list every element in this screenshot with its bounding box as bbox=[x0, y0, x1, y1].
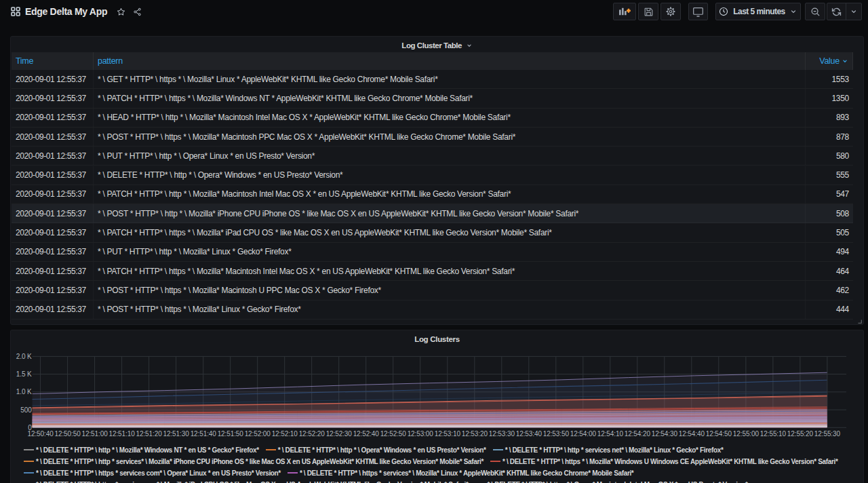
svg-text:12:54:10: 12:54:10 bbox=[597, 430, 624, 438]
svg-text:12:51:50: 12:51:50 bbox=[218, 430, 244, 438]
svg-text:12:51:30: 12:51:30 bbox=[163, 430, 190, 438]
svg-text:1.0 K: 1.0 K bbox=[16, 388, 32, 395]
svg-text:12:53:30: 12:53:30 bbox=[489, 430, 515, 438]
svg-text:12:54:20: 12:54:20 bbox=[625, 430, 651, 438]
svg-text:12:50:40: 12:50:40 bbox=[28, 430, 54, 438]
svg-text:12:55:10: 12:55:10 bbox=[760, 430, 787, 438]
svg-text:12:52:00: 12:52:00 bbox=[245, 430, 271, 438]
svg-text:12:54:50: 12:54:50 bbox=[706, 430, 732, 438]
svg-text:12:53:50: 12:53:50 bbox=[543, 430, 570, 438]
svg-text:1.5 K: 1.5 K bbox=[16, 370, 32, 378]
svg-text:12:51:40: 12:51:40 bbox=[191, 430, 217, 438]
svg-text:12:50:50: 12:50:50 bbox=[55, 430, 81, 438]
svg-text:12:52:50: 12:52:50 bbox=[380, 430, 407, 438]
svg-text:12:54:30: 12:54:30 bbox=[652, 430, 678, 438]
svg-text:12:51:20: 12:51:20 bbox=[136, 430, 163, 438]
svg-text:12:52:40: 12:52:40 bbox=[353, 430, 380, 438]
svg-text:12:54:40: 12:54:40 bbox=[679, 430, 705, 438]
svg-text:12:51:00: 12:51:00 bbox=[82, 430, 108, 438]
svg-text:12:52:20: 12:52:20 bbox=[299, 430, 326, 438]
svg-text:12:53:00: 12:53:00 bbox=[408, 430, 434, 438]
svg-text:12:54:00: 12:54:00 bbox=[570, 430, 597, 438]
svg-text:12:53:10: 12:53:10 bbox=[435, 430, 461, 438]
svg-text:12:53:40: 12:53:40 bbox=[516, 430, 542, 438]
svg-text:2.0 K: 2.0 K bbox=[16, 353, 32, 360]
svg-text:12:51:10: 12:51:10 bbox=[109, 430, 136, 438]
svg-text:12:52:30: 12:52:30 bbox=[326, 430, 353, 438]
svg-text:12:55:30: 12:55:30 bbox=[814, 430, 841, 438]
svg-text:12:53:20: 12:53:20 bbox=[462, 430, 488, 438]
svg-text:12:55:00: 12:55:00 bbox=[733, 430, 760, 438]
svg-text:12:52:10: 12:52:10 bbox=[272, 430, 298, 438]
svg-text:500: 500 bbox=[20, 406, 32, 414]
svg-text:12:55:20: 12:55:20 bbox=[787, 430, 814, 438]
